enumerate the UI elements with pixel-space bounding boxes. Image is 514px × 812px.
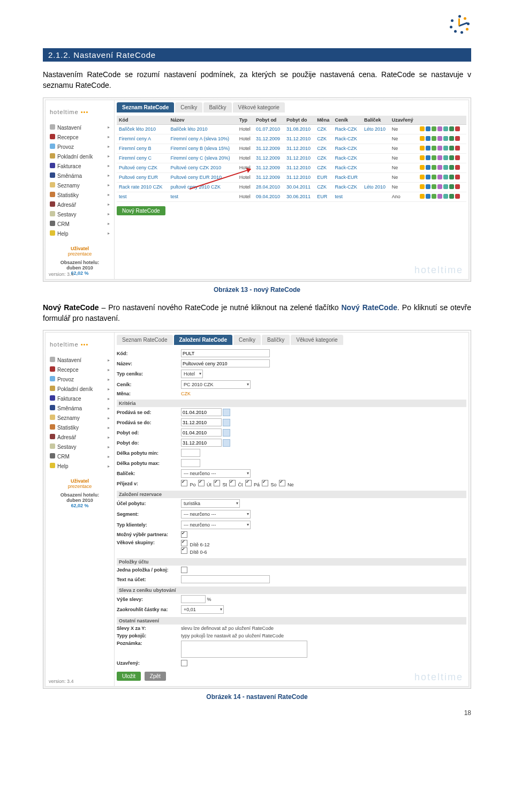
calendar-icon[interactable] <box>223 439 230 447</box>
user-block: Uživatel prezentace <box>48 478 112 489</box>
back-button[interactable]: Zpět <box>145 672 166 681</box>
agegroup-checkbox[interactable] <box>181 547 187 554</box>
row-actions[interactable] <box>417 163 466 172</box>
row-actions[interactable] <box>417 124 466 134</box>
delka-max-input[interactable] <box>181 459 200 467</box>
group-zalozeni: Založení rezervace <box>117 491 466 498</box>
klientely-select[interactable]: --- neurčeno --- <box>181 521 251 529</box>
balicek-label: Balíček: <box>117 471 181 476</box>
sidebar-item[interactable]: Pokladní deník▸ <box>48 384 112 394</box>
row-actions[interactable] <box>417 134 466 144</box>
brand-logo <box>448 15 471 33</box>
hoteltime-logo: hoteltime ••• <box>50 341 110 348</box>
sidebar-item[interactable]: Provoz▸ <box>48 374 112 384</box>
text-ucet-label: Text na účet: <box>117 577 181 582</box>
watermark: hoteltime <box>414 265 463 276</box>
partner-checkbox[interactable] <box>181 531 187 538</box>
uzavreny-checkbox[interactable] <box>181 660 187 666</box>
prodava-od-input[interactable] <box>181 408 222 416</box>
balicek-select[interactable]: --- neurčeno --- <box>181 469 251 478</box>
sidebar-item[interactable]: Adresář▸ <box>48 432 112 442</box>
sidebar-item[interactable]: Pokladní deník▸ <box>48 152 112 161</box>
watermark: hoteltime <box>414 672 463 683</box>
sidebar-item[interactable]: Nastavení▸ <box>48 123 112 132</box>
sidebar-item[interactable]: Směnárna▸ <box>48 403 112 413</box>
sidebar-item[interactable]: Recepce▸ <box>48 365 112 374</box>
row-actions[interactable] <box>417 144 466 153</box>
sidebar-item[interactable]: Provoz▸ <box>48 142 112 152</box>
sidebar-item[interactable]: Nastavení▸ <box>48 355 112 365</box>
tab[interactable]: Ceníky <box>175 102 202 112</box>
prodava-do-input[interactable] <box>181 418 222 426</box>
sidebar-item[interactable]: Statistiky▸ <box>48 190 112 200</box>
calendar-icon[interactable] <box>223 419 230 426</box>
row-actions[interactable] <box>417 172 466 182</box>
agegroup-checkbox[interactable] <box>181 540 187 546</box>
text-ucet-input[interactable] <box>181 575 270 583</box>
tab[interactable]: Balíčky <box>262 335 290 345</box>
row-actions[interactable] <box>417 153 466 163</box>
new-ratecode-paragraph: Nový RateCode – Pro nastavení nového Rat… <box>43 302 471 324</box>
typ-select[interactable]: Hotel <box>181 370 203 378</box>
tab[interactable]: Seznam RateCode <box>117 102 174 112</box>
sidebar-item[interactable]: Sestavy▸ <box>48 209 112 219</box>
jedna-checkbox[interactable] <box>181 567 187 573</box>
klientely-label: Typ klientely: <box>117 522 181 528</box>
sidebar-item[interactable]: Fakturace▸ <box>48 161 112 171</box>
sidebar-item[interactable]: Směnárna▸ <box>48 171 112 181</box>
tab[interactable]: Založení RateCode <box>174 335 232 345</box>
pobyt-do-input[interactable] <box>181 439 222 447</box>
row-actions[interactable] <box>417 182 466 192</box>
screenshot-1: hoteltime ••• Nastavení▸Recepce▸Provoz▸P… <box>43 97 471 282</box>
page-number: 18 <box>43 709 471 717</box>
sidebar-item[interactable]: Help▸ <box>48 229 112 238</box>
save-button[interactable]: Uložit <box>117 672 141 681</box>
hoteltime-logo: hoteltime ••• <box>50 109 110 115</box>
sidebar-item[interactable]: Adresář▸ <box>48 200 112 209</box>
day-checkbox[interactable] <box>229 480 236 486</box>
vyse-input[interactable] <box>181 595 206 603</box>
cenik-label: Ceník: <box>117 382 181 387</box>
version-label: version: 3.4 <box>49 272 74 277</box>
sidebar-item[interactable]: CRM▸ <box>48 219 112 229</box>
zaokr-select[interactable]: +0,01 <box>181 605 224 614</box>
day-checkbox[interactable] <box>262 480 268 486</box>
day-checkbox[interactable] <box>181 480 187 486</box>
sidebar-item[interactable]: Fakturace▸ <box>48 394 112 403</box>
day-checkbox[interactable] <box>245 480 252 486</box>
tab[interactable]: Seznam RateCode <box>117 335 173 345</box>
sidebar-item[interactable]: CRM▸ <box>48 452 112 461</box>
calendar-icon[interactable] <box>223 429 230 437</box>
ucel-select[interactable]: turistika <box>181 499 240 508</box>
segment-label: Segment: <box>117 512 181 517</box>
day-checkbox[interactable] <box>214 480 220 486</box>
day-checkbox[interactable] <box>279 480 285 486</box>
segment-select[interactable]: --- neurčeno --- <box>181 510 251 518</box>
sidebar-item[interactable]: Help▸ <box>48 461 112 471</box>
row-actions[interactable] <box>417 192 466 201</box>
ucel-label: Účel pobytu: <box>117 501 181 506</box>
new-ratecode-button[interactable]: Nový RateCode <box>117 206 165 215</box>
tab[interactable]: Věkové kategorie <box>233 102 285 112</box>
tab[interactable]: Balíčky <box>203 102 231 112</box>
nazev-input[interactable] <box>181 359 270 367</box>
tab[interactable]: Ceníky <box>233 335 261 345</box>
delka-min-input[interactable] <box>181 449 200 457</box>
cenik-select[interactable]: PC 2010 CZK <box>181 380 251 389</box>
slevyxy-label: Slevy X za Y: <box>117 626 181 631</box>
tab[interactable]: Věkové kategorie <box>291 335 343 345</box>
day-checkbox[interactable] <box>198 480 205 486</box>
sidebar-item[interactable]: Recepce▸ <box>48 132 112 142</box>
pobyt-od-input[interactable] <box>181 428 222 437</box>
sidebar-item[interactable]: Statistiky▸ <box>48 423 112 432</box>
poznamka-textarea[interactable] <box>181 641 307 658</box>
pobyt-do-label: Pobyt do: <box>117 440 181 446</box>
prijezd-label: Příjezd v: <box>117 481 181 486</box>
calendar-icon[interactable] <box>223 409 230 416</box>
kod-input[interactable] <box>181 349 270 357</box>
occupancy-info: Obsazení hotelu: duben 2010 62,02 % <box>48 492 112 508</box>
sidebar-item[interactable]: Seznamy▸ <box>48 413 112 423</box>
sidebar-item[interactable]: Seznamy▸ <box>48 181 112 190</box>
caption-2: Obrázek 14 - nastavení RateCode <box>43 693 471 701</box>
sidebar-item[interactable]: Sestavy▸ <box>48 442 112 452</box>
